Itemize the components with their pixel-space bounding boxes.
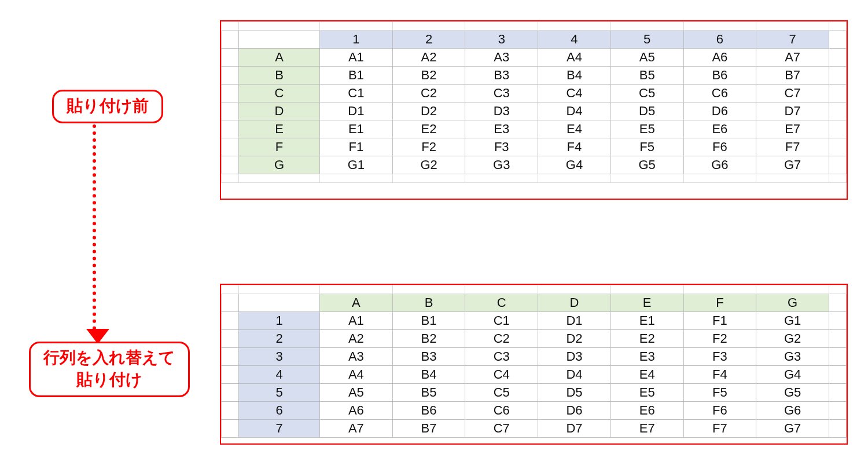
cell: E1 xyxy=(610,312,683,330)
spreadsheet-after: A B C D E F G 1A1B1C1D1E1F1G1 2A2B2C2D2E… xyxy=(220,284,848,445)
cell: C4 xyxy=(465,366,538,384)
cell: F4 xyxy=(538,138,611,156)
cell: F3 xyxy=(683,348,756,366)
cell: C5 xyxy=(610,85,683,102)
cell: C7 xyxy=(756,85,829,102)
cell: D4 xyxy=(538,102,611,120)
cell: B3 xyxy=(392,348,465,366)
row-header: B xyxy=(239,67,320,85)
cell: A1 xyxy=(320,312,393,330)
cell: D5 xyxy=(538,384,611,402)
row-header: A xyxy=(239,49,320,67)
cell: B6 xyxy=(683,67,756,85)
row-header: 4 xyxy=(239,366,320,384)
cell: G2 xyxy=(756,330,829,348)
cell: E4 xyxy=(610,366,683,384)
cell: C4 xyxy=(538,85,611,102)
cell: B7 xyxy=(392,420,465,438)
row-header: C xyxy=(239,85,320,102)
cell: A5 xyxy=(610,49,683,67)
table-after: A B C D E F G 1A1B1C1D1E1F1G1 2A2B2C2D2E… xyxy=(221,285,847,438)
cell: B3 xyxy=(465,67,538,85)
row-header: 6 xyxy=(239,402,320,420)
cell: A1 xyxy=(320,49,393,67)
cell: F2 xyxy=(683,330,756,348)
cell: A4 xyxy=(538,49,611,67)
row-header: 7 xyxy=(239,420,320,438)
cell: C1 xyxy=(465,312,538,330)
cell: B5 xyxy=(610,67,683,85)
cell: F3 xyxy=(465,138,538,156)
col-header: 6 xyxy=(683,31,756,49)
cell: D3 xyxy=(465,102,538,120)
cell: E2 xyxy=(392,120,465,138)
cell: B4 xyxy=(392,366,465,384)
cell: D1 xyxy=(320,102,393,120)
col-header: 1 xyxy=(320,31,393,49)
cell: G1 xyxy=(320,156,393,174)
row-header: G xyxy=(239,156,320,174)
cell: D4 xyxy=(538,366,611,384)
label-after-line1: 行列を入れ替えて xyxy=(43,349,175,366)
cell: A3 xyxy=(320,348,393,366)
cell: C3 xyxy=(465,85,538,102)
cell: D2 xyxy=(392,102,465,120)
col-header: A xyxy=(320,294,393,312)
row-header: 3 xyxy=(239,348,320,366)
cell: B4 xyxy=(538,67,611,85)
cell: G2 xyxy=(392,156,465,174)
cell: B1 xyxy=(392,312,465,330)
cell: G1 xyxy=(756,312,829,330)
cell: E6 xyxy=(683,120,756,138)
cell: A7 xyxy=(320,420,393,438)
cell: D6 xyxy=(538,402,611,420)
cell: C2 xyxy=(465,330,538,348)
cell: F2 xyxy=(392,138,465,156)
cell: F7 xyxy=(756,138,829,156)
row-header: 5 xyxy=(239,384,320,402)
cell: G6 xyxy=(756,402,829,420)
cell: D3 xyxy=(538,348,611,366)
row-header: E xyxy=(239,120,320,138)
cell: D2 xyxy=(538,330,611,348)
cell: A6 xyxy=(320,402,393,420)
cell: G7 xyxy=(756,420,829,438)
row-header: 1 xyxy=(239,312,320,330)
cell: C6 xyxy=(465,402,538,420)
cell: E3 xyxy=(610,348,683,366)
col-header: D xyxy=(538,294,611,312)
cell: B6 xyxy=(392,402,465,420)
cell: A2 xyxy=(392,49,465,67)
cell: A3 xyxy=(465,49,538,67)
col-header: B xyxy=(392,294,465,312)
cell: A7 xyxy=(756,49,829,67)
cell: F6 xyxy=(683,138,756,156)
col-header: F xyxy=(683,294,756,312)
cell: C6 xyxy=(683,85,756,102)
cell: E2 xyxy=(610,330,683,348)
cell: E1 xyxy=(320,120,393,138)
col-header: 7 xyxy=(756,31,829,49)
cell: E7 xyxy=(756,120,829,138)
cell: E6 xyxy=(610,402,683,420)
cell: F5 xyxy=(610,138,683,156)
cell: E7 xyxy=(610,420,683,438)
col-header: G xyxy=(756,294,829,312)
cell: D7 xyxy=(756,102,829,120)
cell: C3 xyxy=(465,348,538,366)
cell: C5 xyxy=(465,384,538,402)
label-after-transpose: 行列を入れ替えて 貼り付け xyxy=(29,342,190,397)
cell: F6 xyxy=(683,402,756,420)
cell: C1 xyxy=(320,85,393,102)
cell: B2 xyxy=(392,330,465,348)
cell: B2 xyxy=(392,67,465,85)
label-before-paste: 貼り付け前 xyxy=(52,90,163,123)
cell: G5 xyxy=(610,156,683,174)
cell: G7 xyxy=(756,156,829,174)
cell: G5 xyxy=(756,384,829,402)
cell: G3 xyxy=(756,348,829,366)
cell: D7 xyxy=(538,420,611,438)
cell: G3 xyxy=(465,156,538,174)
cell: D1 xyxy=(538,312,611,330)
cell: C7 xyxy=(465,420,538,438)
